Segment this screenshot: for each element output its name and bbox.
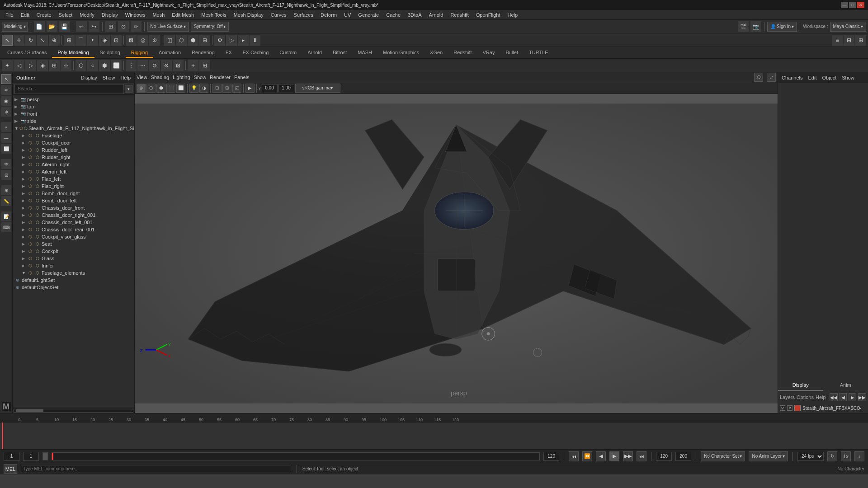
tab-custom[interactable]: Custom [274,48,302,58]
modeling-dropdown[interactable]: Modeling ▾ [2,22,28,32]
tab-bifrost[interactable]: Bifrost [327,48,352,58]
gain-input[interactable] [278,84,294,92]
open-file-icon[interactable]: 📂 [47,21,57,32]
tab-fx[interactable]: FX [220,48,237,58]
paint-tool-btn[interactable]: ✏ [1,85,11,95]
component-mode-btn[interactable]: ⊟ [199,35,210,46]
workspace-dropdown[interactable]: Maya Classic ▾ [830,22,866,32]
menu-select[interactable]: Select [55,11,76,19]
step-back-btn[interactable]: ⏪ [582,451,592,461]
close-button[interactable]: ✕ [857,2,864,8]
tab-rigging[interactable]: Rigging [126,48,153,58]
sign-in-btn[interactable]: 👤 Sign In ▾ [767,22,797,32]
snap-point-btn[interactable]: • [87,35,98,46]
h-scroll-thumb[interactable] [16,409,43,412]
channel-box-btn[interactable]: ≡ [832,35,843,46]
next-frame-btn[interactable]: ▶▶ [623,451,633,461]
tab-xgen[interactable]: XGen [425,48,448,58]
h-scroll-track[interactable] [14,409,133,413]
mel-python-toggle-btn[interactable]: MEL [4,464,17,474]
tab-mash[interactable]: MASH [352,48,377,58]
soft-select-btn[interactable]: ⊛ [149,35,160,46]
layer-prev-prev-btn[interactable]: ◀◀ [830,393,838,401]
tab-arnold[interactable]: Arnold [302,48,327,58]
annotation-btn[interactable]: 📝 [1,211,11,221]
new-file-icon[interactable]: 📄 [34,21,45,32]
layer-playback-check[interactable]: P [787,405,793,411]
audio-btn[interactable]: ♪ [854,451,864,461]
vp-grid-btn[interactable]: ⊞ [222,84,231,93]
tab-bullet[interactable]: Bullet [500,48,524,58]
menu-deform[interactable]: Deform [317,11,340,19]
outliner-item-chassis-door-left-001[interactable]: ▶ ⬡ ⬡ Chassis_door_left_001 [13,219,134,226]
outliner-item-rudder-right[interactable]: ▶ ⬡ ⬡ Rudder_right [13,154,134,161]
menu-windows[interactable]: Windows [122,11,149,19]
shelf-arrow-icon[interactable]: ◁ [14,60,24,71]
grid-btn[interactable]: ⊞ [1,185,11,195]
toggle-shaded-btn[interactable]: ⬢ [188,35,198,46]
viewport-menu-view[interactable]: View [137,75,147,80]
tab-fx-caching[interactable]: FX Caching [237,48,274,58]
menu-redshift[interactable]: Redshift [447,11,472,19]
menu-mesh[interactable]: Mesh [149,11,168,19]
total-end-input[interactable] [675,452,691,461]
playback-speed-btn[interactable]: 1x [841,451,851,461]
outliner-menu-help[interactable]: Help [120,75,131,80]
current-frame-input[interactable] [23,452,39,461]
hotkey-btn[interactable]: ⌨ [1,222,11,232]
render-btn[interactable]: ▷ [226,35,237,46]
attribute-editor-btn[interactable]: ⊟ [844,35,854,46]
toggle-xray-btn[interactable]: ◫ [164,35,175,46]
camera-icon[interactable]: 📷 [750,21,761,32]
menu-file[interactable]: File [2,11,17,19]
viewport-expand-btn[interactable]: ⬡ [754,73,763,82]
shelf-script-icon[interactable]: ⊞ [199,60,210,71]
sculpt-tool-btn[interactable]: ◉ [1,96,11,106]
vp-lighting-btn[interactable]: 💡 [189,84,198,93]
menu-cache[interactable]: Cache [382,11,404,19]
frame-range-bar[interactable] [52,452,540,460]
shelf-box-icon[interactable]: ⬜ [111,60,122,71]
outliner-item-cockpit[interactable]: ▶ ⬡ ⬡ Cockpit [13,248,134,255]
help-label[interactable]: Help [816,394,826,400]
viewport-menu-renderer[interactable]: Renderer [210,75,231,80]
channel-header-show[interactable]: Show [842,75,854,80]
menu-modify[interactable]: Modify [76,11,98,19]
layers-label[interactable]: Layers [780,394,795,400]
timeline-track[interactable] [0,422,868,449]
outliner-item-flap-right[interactable]: ▶ ⬡ ⬡ Flap_right [13,183,134,190]
viewport-fullscreen-btn[interactable]: ⤢ [767,73,776,82]
face-select-btn[interactable]: ⬜ [1,144,11,154]
range-end-input[interactable] [656,452,672,461]
minimize-button[interactable]: — [841,2,848,8]
universal-tool-btn[interactable]: ⊕ [49,35,60,46]
outliner-menu-show[interactable]: Show [103,75,115,80]
tab-rendering[interactable]: Rendering [186,48,220,58]
menu-3dtoa[interactable]: 3DtoA [404,11,425,19]
maximize-button[interactable]: □ [849,2,856,8]
fps-dropdown[interactable]: 24 fps 30 fps 60 fps [797,452,824,461]
outliner-search-options-btn[interactable]: ▾ [125,85,132,93]
shelf-mirror-icon[interactable]: ⊠ [173,60,184,71]
vp-isolate-btn[interactable]: ⊡ [212,84,222,93]
outliner-item-default-light-set[interactable]: ⊛ defaultLightSet [13,277,134,284]
outliner-item-front[interactable]: ▶ 📷 front [13,110,134,117]
vp-texture-btn[interactable]: ⬜ [176,84,185,93]
play-forward-btn[interactable]: ▶ [609,451,619,461]
vp-wire-btn[interactable]: ⬢ [156,84,165,93]
goto-start-btn[interactable]: ⏮ [569,451,579,461]
outliner-item-rudder-left[interactable]: ▶ ⬡ ⬡ Rudder_left [13,146,134,154]
no-character-set-btn[interactable]: No Character Set ▾ [701,451,745,461]
layer-prev-btn[interactable]: ◀ [840,393,847,401]
outliner-item-aileron-right[interactable]: ▶ ⬡ ⬡ Aileron_right [13,161,134,168]
undo-icon[interactable]: ↩ [76,21,87,32]
end-frame-display[interactable] [543,452,559,461]
viewport-menu-panels[interactable]: Panels [234,75,250,80]
shelf-skin-icon[interactable]: ⊛ [161,60,172,71]
menu-curves[interactable]: Curves [267,11,290,19]
menu-generate[interactable]: Generate [354,11,382,19]
no-live-surface-btn[interactable]: No Live Surface ▾ [147,22,189,32]
loop-btn[interactable]: ↻ [827,451,837,461]
outliner-search-input[interactable] [14,84,124,94]
timeline-playhead[interactable] [2,422,3,449]
